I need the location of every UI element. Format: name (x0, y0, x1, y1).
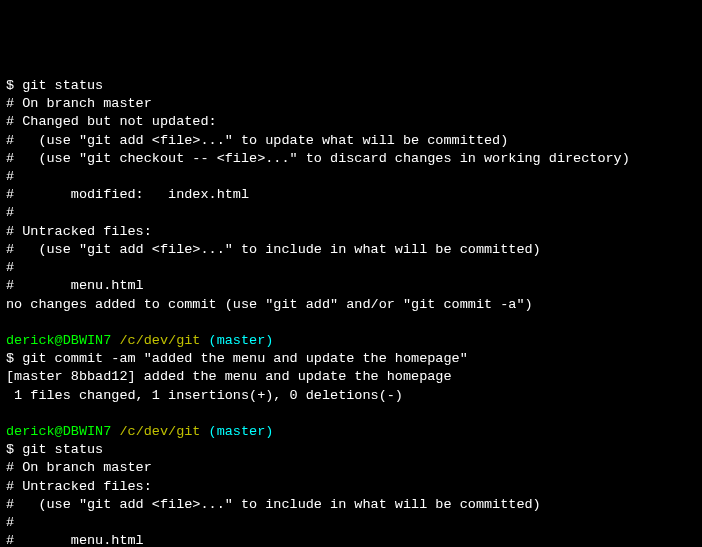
output-line: # Untracked files: (6, 478, 696, 496)
output-line: no changes added to commit (use "git add… (6, 296, 696, 314)
command-line: $ git commit -am "added the menu and upd… (6, 350, 696, 368)
output-line: # On branch master (6, 459, 696, 477)
command-line: $ git status (6, 441, 696, 459)
output-line: # menu.html (6, 277, 696, 295)
output-line: # Changed but not updated: (6, 113, 696, 131)
prompt-user: derick@DBWIN7 (6, 424, 111, 439)
terminal-output[interactable]: $ git status# On branch master# Changed … (6, 77, 696, 547)
output-line: # Untracked files: (6, 223, 696, 241)
output-line: # (use "git checkout -- <file>..." to di… (6, 150, 696, 168)
output-line: # (6, 168, 696, 186)
output-line: # (use "git add <file>..." to include in… (6, 496, 696, 514)
output-line: 1 files changed, 1 insertions(+), 0 dele… (6, 387, 696, 405)
prompt-branch: (master) (200, 333, 273, 348)
prompt-path: /c/dev/git (111, 424, 200, 439)
output-line: # (use "git add <file>..." to update wha… (6, 132, 696, 150)
blank-line (6, 314, 696, 332)
output-line: # menu.html (6, 532, 696, 547)
blank-line (6, 405, 696, 423)
prompt-line: derick@DBWIN7 /c/dev/git (master) (6, 332, 696, 350)
output-line: # On branch master (6, 95, 696, 113)
prompt-branch: (master) (200, 424, 273, 439)
prompt-line: derick@DBWIN7 /c/dev/git (master) (6, 423, 696, 441)
output-line: # (6, 514, 696, 532)
output-line: [master 8bbad12] added the menu and upda… (6, 368, 696, 386)
output-line: # modified: index.html (6, 186, 696, 204)
prompt-user: derick@DBWIN7 (6, 333, 111, 348)
output-line: # (6, 204, 696, 222)
command-line: $ git status (6, 77, 696, 95)
output-line: # (6, 259, 696, 277)
output-line: # (use "git add <file>..." to include in… (6, 241, 696, 259)
prompt-path: /c/dev/git (111, 333, 200, 348)
